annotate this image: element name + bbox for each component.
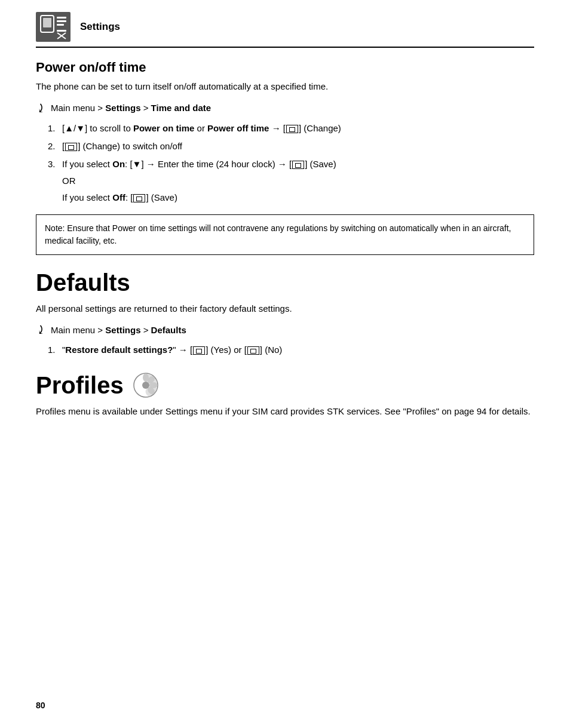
power-section-description: The phone can be set to turn itself on/o… [36, 80, 534, 94]
or-label: OR [62, 174, 534, 188]
page: Settings Power on/off time The phone can… [0, 0, 570, 728]
header-title: Settings [80, 21, 120, 33]
svg-rect-4 [57, 20, 66, 22]
defaults-nav-arrow-icon: ⤸ [36, 322, 46, 337]
defaults-step-1: 1. "Restore default settings?" → [] (Yes… [48, 343, 534, 357]
defaults-nav-path: ⤸ Main menu > Settings > Defaults [36, 322, 534, 337]
power-section-title: Power on/off time [36, 60, 534, 75]
power-section: Power on/off time The phone can be set t… [36, 60, 534, 255]
button-icon-4 [133, 194, 145, 202]
step-2-content: [] (Change) to switch on/off [62, 139, 534, 153]
power-nav-path: ⤸ Main menu > Settings > Time and date [36, 101, 534, 115]
step-number-3: 3. [48, 157, 62, 171]
button-icon-yes [193, 346, 205, 355]
nav-arrow-icon: ⤸ [36, 101, 46, 115]
step-number-2: 2. [48, 139, 62, 153]
nav-path-text: Main menu > Settings > Time and date [51, 103, 211, 113]
button-icon-2 [65, 143, 77, 151]
power-step-1: 1. [▲/▼] to scroll to Power on time or P… [48, 121, 534, 136]
power-step-3: 3. If you select On: [▼] → Enter the tim… [48, 157, 534, 205]
step-3-content: If you select On: [▼] → Enter the time (… [62, 157, 534, 205]
page-number: 80 [36, 701, 45, 710]
defaults-step-number-1: 1. [48, 343, 62, 357]
svg-rect-3 [57, 17, 66, 19]
page-footer: 80 [36, 701, 45, 710]
svg-point-18 [142, 382, 149, 389]
defaults-step-1-content: "Restore default settings?" → [] (Yes) o… [62, 343, 534, 357]
defaults-nav-path-text: Main menu > Settings > Defaults [51, 325, 186, 335]
button-icon-1 [286, 125, 298, 133]
off-option: If you select Off: [] (Save) [62, 191, 534, 205]
step-number-1: 1. [48, 121, 62, 136]
power-steps-list: 1. [▲/▼] to scroll to Power on time or P… [48, 121, 534, 205]
button-icon-3 [292, 161, 304, 169]
note-box: Note: Ensure that Power on time settings… [36, 214, 534, 255]
profiles-icon [132, 371, 160, 399]
power-step-2: 2. [] (Change) to switch on/off [48, 139, 534, 153]
note-text: Note: Ensure that Power on time settings… [45, 223, 511, 245]
step-1-content: [▲/▼] to scroll to Power on time or Powe… [62, 121, 534, 136]
profiles-title-text: Profiles [36, 372, 124, 399]
page-header: Settings [36, 12, 534, 48]
svg-rect-2 [43, 18, 51, 27]
profiles-section-title: Profiles [36, 371, 534, 399]
profiles-description: Profiles menu is available under Setting… [36, 405, 534, 419]
svg-rect-5 [57, 24, 64, 26]
profiles-section: Profiles Profiles menu is available unde… [36, 371, 534, 419]
defaults-section-title: Defaults [36, 269, 534, 296]
defaults-steps-list: 1. "Restore default settings?" → [] (Yes… [48, 343, 534, 357]
defaults-section: Defaults All personal settings are retur… [36, 269, 534, 358]
settings-icon [36, 12, 71, 42]
defaults-description: All personal settings are returned to th… [36, 302, 534, 316]
button-icon-no [247, 346, 259, 355]
svg-rect-6 [57, 30, 66, 32]
